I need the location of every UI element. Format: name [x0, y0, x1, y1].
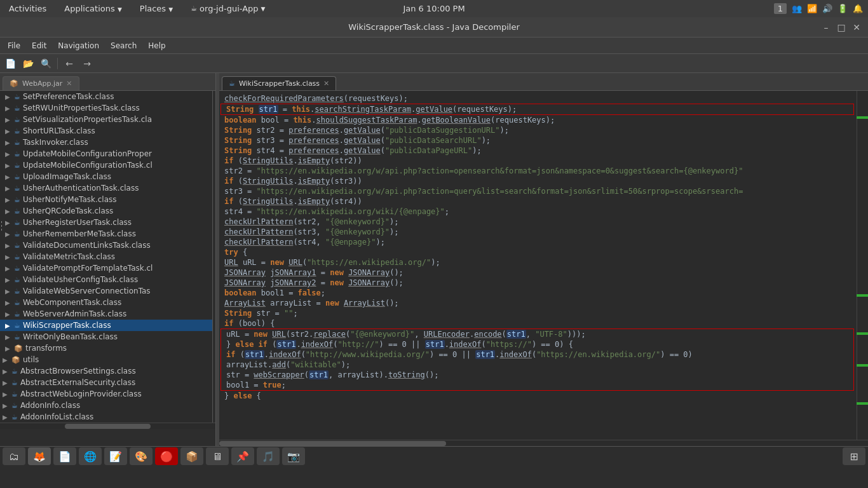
tree-item-webserveradmin[interactable]: ▶ ☕ WebServerAdminTask.class [0, 308, 212, 320]
right-tab-bar: ☕ WikiScrapperTask.class ✕ [219, 73, 868, 91]
taskbar-app1[interactable]: 🔴 [155, 447, 178, 465]
tree-item-updatemobile2[interactable]: ▶ ☕ UpdateMobileConfigurationTask.cl [0, 159, 212, 171]
minimize-button[interactable]: – [820, 21, 832, 34]
tree-item-setpreferencetask[interactable]: ▶ ☕ SetPreferenceTask.class [0, 91, 212, 102]
applications-btn[interactable]: Applications ▼ [60, 3, 125, 15]
code-line-11: if (StringUtils.isEmpty(str4)) [219, 196, 855, 207]
tree-item-taskinvoker[interactable]: ▶ ☕ TaskInvoker.class [0, 137, 212, 148]
system-bar: Activities Applications ▼ Places ▼ ☕ org… [0, 0, 868, 17]
new-file-button[interactable]: 📄 [3, 56, 18, 71]
tree-hscroll-thumb[interactable] [65, 424, 151, 429]
tree-item-usherregister[interactable]: ▶ ☕ UsherRegisterUserTask.class [0, 217, 212, 228]
panels: 📦 WebApp.jar ✕ ▶ ☕ SetPreferenceTask.cla… [0, 73, 868, 446]
system-bar-left: Activities Applications ▼ Places ▼ ☕ org… [5, 3, 269, 15]
webapp-jar-tab[interactable]: 📦 WebApp.jar ✕ [3, 76, 79, 90]
back-button[interactable]: ← [62, 56, 77, 71]
tree-item-addoninfolist[interactable]: ▶ ☕ AddonInfoList.class [0, 411, 212, 423]
tree-item-abstractbrowser[interactable]: ▶ ☕ AbstractBrowserSettings.class [0, 365, 212, 377]
menu-navigation[interactable]: Navigation [53, 39, 104, 52]
wikiscrapper-tab[interactable]: ☕ WikiScrapperTask.class ✕ [222, 76, 336, 90]
taskbar-camera[interactable]: 📷 [282, 447, 305, 465]
class-icon: ☕ [14, 276, 20, 284]
menu-search[interactable]: Search [105, 39, 142, 52]
class-icon: ☕ [14, 161, 20, 170]
tree-item-abstractexternal[interactable]: ▶ ☕ AbstractExternalSecurity.class [0, 377, 212, 388]
close-button[interactable]: ✕ [850, 21, 863, 34]
gutter-mark-2 [857, 294, 868, 297]
code-line-6: String str4 = preferences.getValue("publ… [219, 146, 855, 156]
open-file-button[interactable]: 📂 [20, 56, 36, 71]
tree-item-webcomponent[interactable]: ▶ ☕ WebComponentTask.class [0, 297, 212, 308]
activities-btn[interactable]: Activities [5, 3, 50, 15]
taskbar-monitor[interactable]: 🖥 [206, 447, 229, 465]
tree-item-transforms[interactable]: ▶ 📦 transforms [0, 342, 212, 354]
code-line-20: boolean bool1 = false; [219, 288, 855, 298]
class-icon: ☕ [11, 413, 18, 421]
tree-item-updatemobile1[interactable]: ▶ ☕ UpdateMobileConfigurationProper [0, 148, 212, 159]
code-line-5: String str3 = preferences.getValue("publ… [219, 135, 855, 146]
tree-item-validatedoc[interactable]: ▶ ☕ ValidateDocumentLinksTask.class [0, 240, 212, 251]
taskbar-gimp[interactable]: 🎨 [130, 447, 153, 465]
tree-item-shorturl[interactable]: ▶ ☕ ShortURLTask.class [0, 125, 212, 137]
taskbar-terminal[interactable]: 📦 [180, 447, 203, 465]
code-line-19: JSONArray jSONArray2 = new JSONArray(); [219, 278, 855, 288]
tree-item-usherauth[interactable]: ▶ ☕ UsherAuthenticationTask.class [0, 182, 212, 194]
tab-label: WikiScrapperTask.class [239, 79, 320, 88]
tree-item-wikiscrapper[interactable]: ▶ ☕ WikiScrapperTask.class [0, 320, 212, 331]
taskbar-sublime[interactable]: 📝 [104, 447, 127, 465]
taskbar-chrome[interactable]: 🌐 [79, 447, 102, 465]
workspace-indicator[interactable]: 1 [774, 3, 787, 14]
tree-item-setvisualization[interactable]: ▶ ☕ SetVisualizationPropertiesTask.cla [0, 114, 212, 125]
tab-close-left[interactable]: ✕ [66, 79, 72, 88]
class-icon: ☕ [14, 184, 20, 193]
taskbar-text[interactable]: 📄 [53, 447, 76, 465]
search-button[interactable]: 🔍 [38, 56, 53, 71]
code-panel[interactable]: checkForRequiredParameters(requestKeys);… [219, 91, 868, 440]
code-line-4: String str2 = preferences.getValue("publ… [219, 125, 855, 135]
tree-item-setrwunit[interactable]: ▶ ☕ SetRWUnitPropertiesTask.class [0, 102, 212, 114]
menu-help[interactable]: Help [143, 39, 170, 52]
class-icon: ☕ [14, 207, 20, 215]
code-line-30: } else { [219, 391, 855, 401]
class-icon: ☕ [14, 322, 20, 330]
window-title: WikiScrapperTask.class - Java Decompiler [348, 22, 519, 32]
taskbar-firefox[interactable]: 🦊 [28, 447, 51, 465]
tree-item-writeonlybean[interactable]: ▶ ☕ WriteOnlyBeanTask.class [0, 331, 212, 342]
class-icon: ☕ [14, 310, 20, 318]
tree-item-ushernotify[interactable]: ▶ ☕ UsherNotifyMeTask.class [0, 194, 212, 205]
taskbar-pin[interactable]: 📌 [231, 447, 254, 465]
taskbar-apps-grid[interactable]: ⊞ [843, 447, 865, 465]
menu-file[interactable]: File [3, 39, 25, 52]
code-line-9: if (StringUtils.isEmpty(str3)) [219, 176, 855, 186]
forward-button[interactable]: → [79, 56, 95, 71]
menu-edit[interactable]: Edit [27, 39, 51, 52]
package-icon: 📦 [14, 344, 23, 353]
tree-hscroll[interactable] [0, 423, 215, 429]
places-btn[interactable]: Places ▼ [136, 3, 177, 15]
code-hscroll-thumb[interactable] [219, 441, 446, 446]
class-icon: ☕ [14, 104, 20, 112]
jar-icon: 📦 [10, 79, 18, 88]
taskbar-music[interactable]: 🎵 [257, 447, 280, 465]
tree-item-validateusher[interactable]: ▶ ☕ ValidateUsherConfigTask.class [0, 274, 212, 285]
tree-item-validateprompt[interactable]: ▶ ☕ ValidatePromptForTemplateTask.cl [0, 262, 212, 274]
package-icon: 📦 [11, 356, 20, 364]
tree-item-abstractweblogin[interactable]: ▶ ☕ AbstractWebLoginProvider.class [0, 388, 212, 400]
taskbar-filemgr[interactable]: 🗂 [3, 447, 25, 465]
app-indicator[interactable]: ☕ org-jd-gui-App ▼ [187, 3, 269, 15]
tree-item-usherremember[interactable]: ▶ ☕ UsherRememberMeTask.class [0, 228, 212, 240]
tab-close-right[interactable]: ✕ [323, 79, 329, 88]
code-line-10: str3 = "https://en.wikipedia.org/w/api.p… [219, 186, 855, 196]
tree-item-validateweb[interactable]: ▶ ☕ ValidateWebServerConnectionTas [0, 285, 212, 297]
code-line-2: String str1 = this.searchStringTaskParam… [221, 104, 853, 114]
file-tree[interactable]: ▶ ☕ SetPreferenceTask.class ▶ ☕ SetRWUni… [0, 91, 213, 423]
tree-item-usherqr[interactable]: ▶ ☕ UsherQRCodeTask.class [0, 205, 212, 217]
tree-item-validatemetric[interactable]: ▶ ☕ ValidateMetricTask.class [0, 251, 212, 262]
tree-item-utils[interactable]: ▶ 📦 utils [0, 354, 212, 365]
window-controls: – □ ✕ [820, 21, 863, 34]
class-icon: ☕ [14, 116, 20, 124]
tree-item-uploadimage[interactable]: ▶ ☕ UploadImageTask.class [0, 171, 212, 182]
code-hscroll[interactable] [219, 440, 868, 446]
tree-item-addoninfo[interactable]: ▶ ☕ AddonInfo.class [0, 400, 212, 411]
maximize-button[interactable]: □ [835, 21, 848, 34]
